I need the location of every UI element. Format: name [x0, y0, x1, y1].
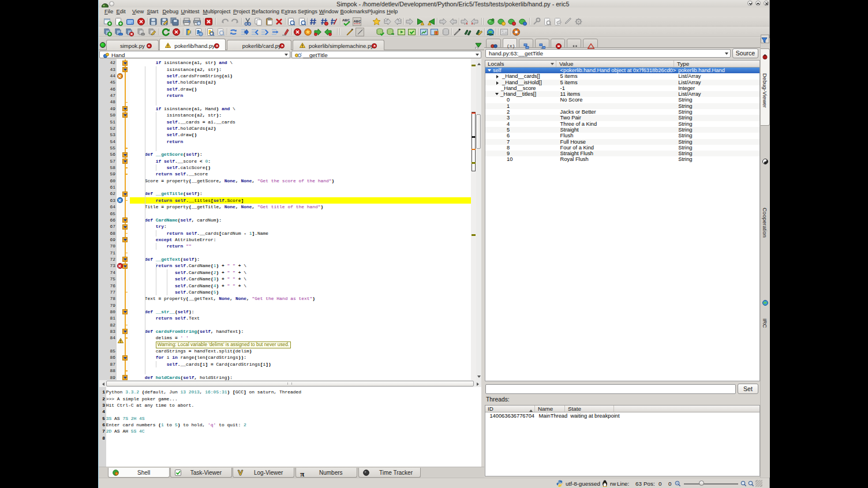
- svg-text:(x): (x): [507, 43, 515, 48]
- svg-text:ABC: ABC: [354, 19, 362, 22]
- svg-text:ABC: ABC: [342, 18, 350, 21]
- svg-text:!: !: [423, 22, 424, 25]
